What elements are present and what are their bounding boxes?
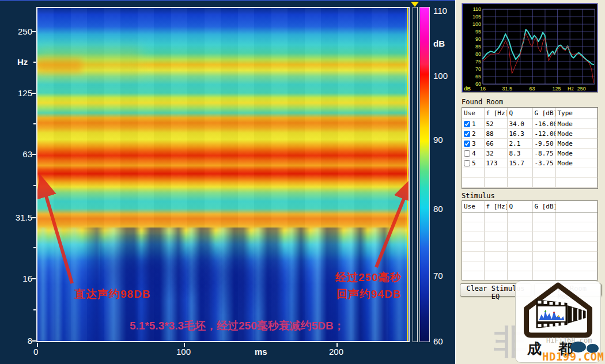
response-chart-panel: 11010510095908580757065601631.563125Hz25… bbox=[462, 3, 598, 93]
cell-q[interactable]: 8.3 bbox=[507, 149, 532, 158]
y-tick-31-5: 31.5 bbox=[7, 213, 32, 222]
cell-type[interactable]: Mode bbox=[555, 129, 598, 139]
cell-g[interactable]: -3.75 bbox=[532, 158, 555, 168]
marker-track[interactable] bbox=[413, 7, 418, 342]
svg-text:70: 70 bbox=[475, 66, 481, 72]
use-checkbox[interactable] bbox=[464, 141, 470, 147]
colorbar-tick-100: 100 bbox=[433, 71, 448, 81]
cell-f[interactable]: 32 bbox=[484, 149, 507, 158]
colorbar-tick-110: 110 bbox=[433, 6, 447, 16]
y-tick-16: 16 bbox=[7, 274, 32, 283]
table-row-empty bbox=[462, 271, 598, 281]
row-num: 3 bbox=[472, 140, 476, 147]
cell-g[interactable]: -16.00 bbox=[532, 119, 555, 129]
found-room-table: Use f [Hz] Q G [dB] Type 1 52 34.0 -16.0… bbox=[462, 107, 598, 189]
use-checkbox[interactable] bbox=[464, 131, 470, 137]
y-tick-63: 63 bbox=[7, 149, 32, 159]
spectrogram-tint bbox=[37, 59, 82, 72]
col-type: Type bbox=[555, 108, 598, 119]
side-panel: 11010510095908580757065601631.563125Hz25… bbox=[455, 0, 605, 364]
table-row-empty bbox=[462, 261, 598, 271]
y-tick-mark bbox=[32, 31, 36, 32]
time-marker-line[interactable] bbox=[407, 8, 408, 341]
table-row[interactable]: 4 32 8.3 -8.75 Mode bbox=[462, 149, 598, 158]
y-tick-mark bbox=[32, 154, 36, 155]
use-checkbox[interactable] bbox=[464, 121, 470, 127]
y-tick-mark bbox=[32, 93, 36, 94]
table-row[interactable]: 2 88 16.3 -12.00 Mode bbox=[462, 129, 598, 139]
response-chart: 11010510095908580757065601631.563125Hz25… bbox=[462, 3, 596, 91]
y-tick-mark bbox=[32, 278, 36, 279]
svg-text:105: 105 bbox=[472, 14, 481, 20]
colorbar-tick-70: 70 bbox=[433, 271, 443, 280]
site-logo: HiFi168.com 成 都 HD199.COM bbox=[515, 280, 601, 363]
y-tick-mark bbox=[32, 340, 36, 342]
echo-annotation-line1: 经过250毫秒 bbox=[335, 270, 402, 285]
direct-sound-annotation: 直达声约98DB bbox=[74, 287, 151, 302]
x-tick-mark bbox=[37, 343, 38, 347]
cell-q[interactable]: 34.0 bbox=[507, 119, 532, 129]
table-row[interactable]: 3 66 2.1 -9.50 Mode bbox=[462, 139, 598, 149]
y-tick-mark bbox=[33, 309, 36, 310]
svg-text:Hz: Hz bbox=[568, 86, 574, 91]
svg-text:16: 16 bbox=[480, 86, 486, 91]
svg-text:125: 125 bbox=[553, 86, 561, 91]
cell-type[interactable]: Mode bbox=[555, 149, 598, 158]
table-row-empty bbox=[462, 213, 598, 222]
cell-f[interactable]: 66 bbox=[484, 139, 507, 149]
colorbar-tick-80: 80 bbox=[433, 204, 443, 214]
col-extra bbox=[555, 201, 598, 213]
table-row-empty bbox=[462, 168, 598, 178]
col-q: Q bbox=[507, 201, 532, 213]
y-tick-125: 125 bbox=[7, 88, 32, 98]
svg-text:75: 75 bbox=[475, 59, 481, 65]
stimulus-title: Stimulus bbox=[462, 192, 495, 200]
cell-f[interactable]: 173 bbox=[484, 158, 507, 168]
col-use: Use bbox=[462, 108, 484, 119]
spectrogram-plot[interactable]: 直达声约98DB 经过250毫秒 回声约94DB 5.1*5.3*3.3毛坯，经… bbox=[36, 7, 410, 342]
y-tick-250: 250 bbox=[7, 26, 32, 36]
marker-triangle[interactable] bbox=[411, 2, 419, 7]
y-tick-mark bbox=[33, 247, 36, 248]
cell-type[interactable]: Mode bbox=[555, 158, 598, 168]
table-row[interactable]: 5 173 15.7 -3.75 Mode bbox=[462, 158, 598, 168]
use-checkbox[interactable] bbox=[464, 150, 470, 157]
cell-type[interactable]: Mode bbox=[555, 139, 598, 149]
col-f: f [Hz] bbox=[484, 201, 507, 213]
cell-type[interactable]: Mode bbox=[555, 119, 598, 129]
table-row[interactable]: 1 52 34.0 -16.00 Mode bbox=[462, 119, 598, 129]
row-num: 5 bbox=[472, 160, 476, 167]
col-use: Use bbox=[462, 201, 484, 213]
svg-text:250: 250 bbox=[577, 86, 586, 91]
cell-f[interactable]: 88 bbox=[484, 129, 507, 139]
x-tick-mark bbox=[184, 343, 185, 347]
cell-g[interactable]: -9.50 bbox=[532, 139, 555, 149]
use-checkbox[interactable] bbox=[464, 160, 470, 166]
col-g: G [dB] bbox=[532, 108, 555, 119]
cell-q[interactable]: 15.7 bbox=[507, 158, 532, 168]
svg-text:110: 110 bbox=[473, 6, 481, 12]
app-window: 直达声约98DB 经过250毫秒 回声约94DB 5.1*5.3*3.3毛坯，经… bbox=[0, 0, 605, 364]
cell-g[interactable]: -12.00 bbox=[532, 129, 555, 139]
svg-text:65: 65 bbox=[475, 74, 481, 79]
cell-f[interactable]: 52 bbox=[484, 119, 507, 129]
row-num: 2 bbox=[472, 130, 476, 138]
svg-text:80: 80 bbox=[475, 51, 481, 57]
cell-q[interactable]: 16.3 bbox=[507, 129, 532, 139]
table-row-empty bbox=[462, 242, 598, 252]
col-f: f [Hz] bbox=[484, 108, 507, 119]
stimulus-table: Use f [Hz] Q G [dB] bbox=[462, 200, 598, 280]
x-tick-0: 0 bbox=[33, 347, 38, 357]
svg-text:85: 85 bbox=[475, 44, 481, 50]
stimulus-header: Use f [Hz] Q G [dB] bbox=[462, 201, 598, 213]
y-tick-8: 8 bbox=[7, 336, 32, 346]
cell-g[interactable]: -8.75 bbox=[532, 149, 555, 158]
y-tick-mark bbox=[33, 62, 36, 63]
table-row-empty bbox=[462, 252, 598, 261]
cell-q[interactable]: 2.1 bbox=[507, 139, 532, 149]
y-tick-mark bbox=[32, 217, 36, 218]
x-tick-mark bbox=[336, 343, 338, 347]
table-row-empty bbox=[462, 178, 598, 188]
table-row-empty bbox=[462, 222, 598, 232]
svg-text:31.5: 31.5 bbox=[502, 86, 512, 91]
